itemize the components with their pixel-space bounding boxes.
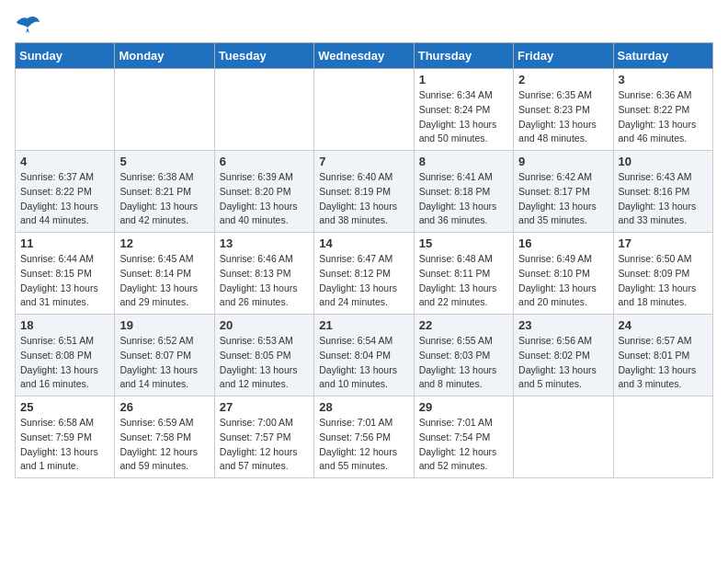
day-number: 12 xyxy=(119,236,209,250)
calendar-cell: 14Sunrise: 6:47 AMSunset: 8:12 PMDayligh… xyxy=(314,233,414,315)
day-number: 18 xyxy=(20,318,109,332)
day-info: Sunrise: 6:53 AMSunset: 8:05 PMDaylight:… xyxy=(220,334,309,392)
day-info: Sunrise: 6:34 AMSunset: 8:24 PMDaylight:… xyxy=(419,88,508,146)
calendar-week-row: 11Sunrise: 6:44 AMSunset: 8:15 PMDayligh… xyxy=(16,233,713,315)
day-number: 6 xyxy=(220,155,309,168)
calendar-cell: 17Sunrise: 6:50 AMSunset: 8:09 PMDayligh… xyxy=(613,233,712,315)
calendar-cell: 28Sunrise: 7:01 AMSunset: 7:56 PMDayligh… xyxy=(314,396,414,478)
calendar-cell: 5Sunrise: 6:38 AMSunset: 8:21 PMDaylight… xyxy=(115,151,214,233)
day-number: 25 xyxy=(20,400,109,414)
day-number: 5 xyxy=(119,155,209,168)
calendar-cell: 29Sunrise: 7:01 AMSunset: 7:54 PMDayligh… xyxy=(414,396,513,478)
day-number: 7 xyxy=(319,155,408,168)
calendar-cell: 13Sunrise: 6:46 AMSunset: 8:13 PMDayligh… xyxy=(214,233,313,315)
day-number: 2 xyxy=(518,73,608,86)
day-info: Sunrise: 6:45 AMSunset: 8:14 PMDaylight:… xyxy=(119,252,209,310)
day-number: 27 xyxy=(220,400,309,414)
calendar-cell: 20Sunrise: 6:53 AMSunset: 8:05 PMDayligh… xyxy=(214,315,313,396)
calendar-cell: 1Sunrise: 6:34 AMSunset: 8:24 PMDaylight… xyxy=(414,69,513,151)
calendar-cell xyxy=(115,69,214,151)
calendar-cell: 22Sunrise: 6:55 AMSunset: 8:03 PMDayligh… xyxy=(414,315,513,396)
day-info: Sunrise: 6:47 AMSunset: 8:12 PMDaylight:… xyxy=(319,252,408,310)
calendar-cell: 10Sunrise: 6:43 AMSunset: 8:16 PMDayligh… xyxy=(613,151,712,233)
calendar-cell: 24Sunrise: 6:57 AMSunset: 8:01 PMDayligh… xyxy=(613,315,712,396)
day-number: 19 xyxy=(119,318,209,332)
calendar-week-row: 4Sunrise: 6:37 AMSunset: 8:22 PMDaylight… xyxy=(16,151,713,233)
day-number: 21 xyxy=(319,318,408,332)
day-info: Sunrise: 6:56 AMSunset: 8:02 PMDaylight:… xyxy=(518,334,608,392)
header xyxy=(15,15,713,35)
calendar-cell xyxy=(214,69,313,151)
calendar-cell: 2Sunrise: 6:35 AMSunset: 8:23 PMDaylight… xyxy=(514,69,613,151)
day-number: 16 xyxy=(518,236,608,250)
calendar-cell: 27Sunrise: 7:00 AMSunset: 7:57 PMDayligh… xyxy=(214,396,313,478)
day-info: Sunrise: 6:39 AMSunset: 8:20 PMDaylight:… xyxy=(220,170,309,228)
calendar-cell: 23Sunrise: 6:56 AMSunset: 8:02 PMDayligh… xyxy=(514,315,613,396)
day-header-sunday: Sunday xyxy=(16,43,115,69)
day-header-saturday: Saturday xyxy=(613,43,712,69)
day-number: 3 xyxy=(619,73,708,86)
calendar-week-row: 1Sunrise: 6:34 AMSunset: 8:24 PMDaylight… xyxy=(16,69,713,151)
day-number: 28 xyxy=(319,400,408,414)
calendar-cell: 16Sunrise: 6:49 AMSunset: 8:10 PMDayligh… xyxy=(514,233,613,315)
day-info: Sunrise: 6:40 AMSunset: 8:19 PMDaylight:… xyxy=(319,170,408,228)
day-info: Sunrise: 6:36 AMSunset: 8:22 PMDaylight:… xyxy=(619,88,708,146)
day-info: Sunrise: 6:38 AMSunset: 8:21 PMDaylight:… xyxy=(119,170,209,228)
day-info: Sunrise: 6:59 AMSunset: 7:58 PMDaylight:… xyxy=(119,416,209,474)
day-number: 4 xyxy=(20,155,109,168)
calendar-cell: 26Sunrise: 6:59 AMSunset: 7:58 PMDayligh… xyxy=(115,396,214,478)
day-header-friday: Friday xyxy=(514,43,613,69)
calendar-cell: 12Sunrise: 6:45 AMSunset: 8:14 PMDayligh… xyxy=(115,233,214,315)
day-number: 24 xyxy=(619,318,708,332)
day-number: 14 xyxy=(319,236,408,250)
day-info: Sunrise: 6:57 AMSunset: 8:01 PMDaylight:… xyxy=(619,334,708,392)
day-number: 17 xyxy=(619,236,708,250)
calendar-cell xyxy=(514,396,613,478)
day-number: 1 xyxy=(419,73,508,86)
day-number: 8 xyxy=(419,155,508,168)
day-info: Sunrise: 6:50 AMSunset: 8:09 PMDaylight:… xyxy=(619,252,708,310)
calendar-cell: 19Sunrise: 6:52 AMSunset: 8:07 PMDayligh… xyxy=(115,315,214,396)
calendar-cell: 9Sunrise: 6:42 AMSunset: 8:17 PMDaylight… xyxy=(514,151,613,233)
day-number: 29 xyxy=(419,400,508,414)
day-info: Sunrise: 6:41 AMSunset: 8:18 PMDaylight:… xyxy=(419,170,508,228)
day-info: Sunrise: 6:46 AMSunset: 8:13 PMDaylight:… xyxy=(220,252,309,310)
day-info: Sunrise: 6:43 AMSunset: 8:16 PMDaylight:… xyxy=(619,170,708,228)
calendar-cell: 6Sunrise: 6:39 AMSunset: 8:20 PMDaylight… xyxy=(214,151,313,233)
day-info: Sunrise: 6:58 AMSunset: 7:59 PMDaylight:… xyxy=(20,416,109,474)
calendar-header-row: SundayMondayTuesdayWednesdayThursdayFrid… xyxy=(16,43,713,69)
day-number: 9 xyxy=(518,155,608,168)
calendar-cell: 21Sunrise: 6:54 AMSunset: 8:04 PMDayligh… xyxy=(314,315,414,396)
logo xyxy=(15,15,44,35)
calendar-week-row: 18Sunrise: 6:51 AMSunset: 8:08 PMDayligh… xyxy=(16,315,713,396)
day-number: 15 xyxy=(419,236,508,250)
day-number: 13 xyxy=(220,236,309,250)
day-number: 20 xyxy=(220,318,309,332)
calendar-cell: 3Sunrise: 6:36 AMSunset: 8:22 PMDaylight… xyxy=(613,69,712,151)
calendar-cell: 18Sunrise: 6:51 AMSunset: 8:08 PMDayligh… xyxy=(16,315,115,396)
day-info: Sunrise: 6:52 AMSunset: 8:07 PMDaylight:… xyxy=(119,334,209,392)
day-info: Sunrise: 6:51 AMSunset: 8:08 PMDaylight:… xyxy=(20,334,109,392)
calendar-cell: 8Sunrise: 6:41 AMSunset: 8:18 PMDaylight… xyxy=(414,151,513,233)
day-info: Sunrise: 7:01 AMSunset: 7:54 PMDaylight:… xyxy=(419,416,508,474)
day-header-tuesday: Tuesday xyxy=(214,43,313,69)
day-number: 22 xyxy=(419,318,508,332)
calendar-cell: 4Sunrise: 6:37 AMSunset: 8:22 PMDaylight… xyxy=(16,151,115,233)
day-info: Sunrise: 6:35 AMSunset: 8:23 PMDaylight:… xyxy=(518,88,608,146)
calendar-cell: 11Sunrise: 6:44 AMSunset: 8:15 PMDayligh… xyxy=(16,233,115,315)
calendar-cell xyxy=(613,396,712,478)
day-number: 26 xyxy=(119,400,209,414)
day-info: Sunrise: 6:37 AMSunset: 8:22 PMDaylight:… xyxy=(20,170,109,228)
day-number: 11 xyxy=(20,236,109,250)
day-info: Sunrise: 6:55 AMSunset: 8:03 PMDaylight:… xyxy=(419,334,508,392)
calendar-table: SundayMondayTuesdayWednesdayThursdayFrid… xyxy=(15,42,713,478)
day-header-wednesday: Wednesday xyxy=(314,43,414,69)
calendar-week-row: 25Sunrise: 6:58 AMSunset: 7:59 PMDayligh… xyxy=(16,396,713,478)
day-info: Sunrise: 6:48 AMSunset: 8:11 PMDaylight:… xyxy=(419,252,508,310)
day-number: 10 xyxy=(619,155,708,168)
logo-icon xyxy=(15,15,40,35)
day-number: 23 xyxy=(518,318,608,332)
day-header-thursday: Thursday xyxy=(414,43,513,69)
calendar-cell: 7Sunrise: 6:40 AMSunset: 8:19 PMDaylight… xyxy=(314,151,414,233)
day-info: Sunrise: 6:49 AMSunset: 8:10 PMDaylight:… xyxy=(518,252,608,310)
